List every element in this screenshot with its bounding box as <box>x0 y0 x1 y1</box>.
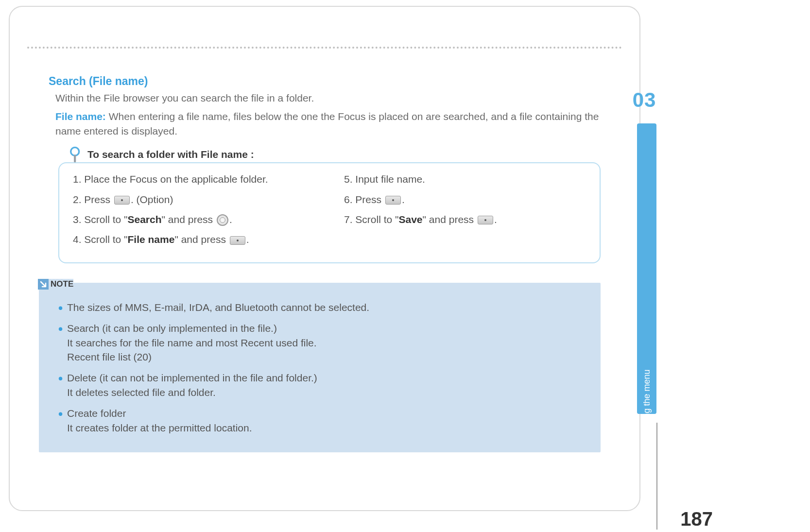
step-3-bold: Search <box>128 214 162 225</box>
steps-header-text: To search a folder with File name : <box>87 149 254 160</box>
chapter-label: Using the menu <box>642 369 652 430</box>
steps-box: 1. Place the Focus on the applicable fol… <box>58 162 601 263</box>
navkey-icon <box>217 214 228 226</box>
note-arrow-icon <box>38 279 49 290</box>
section-title: Search (File name) <box>49 75 601 88</box>
step-7-pre: 7. Scroll to " <box>344 214 399 225</box>
steps-left-column: 1. Place the Focus on the applicable fol… <box>73 172 315 253</box>
step-3-post: . <box>229 214 232 225</box>
note-list: The sizes of MMS, E-mail, IrDA, and Blue… <box>58 300 589 435</box>
step-2: 2. Press . (Option) <box>73 192 315 206</box>
step-4-pre: 4. Scroll to " <box>73 234 128 245</box>
note-item-1: The sizes of MMS, E-mail, IrDA, and Blue… <box>58 300 589 314</box>
chapter-number: 03 <box>630 88 658 118</box>
step-3: 3. Scroll to "Search" and press . <box>73 212 315 226</box>
step-7-post: . <box>494 214 497 225</box>
note-2c: Recent file list (20) <box>67 351 152 362</box>
step-4: 4. Scroll to "File name" and press . <box>73 232 315 246</box>
step-4-bold: File name <box>128 234 175 245</box>
note-label: NOTE <box>51 279 73 289</box>
step-5: 5. Input file name. <box>344 172 586 186</box>
note-4a: Create folder <box>67 408 126 419</box>
file-name-text: When entering a file name, files below t… <box>55 111 599 136</box>
steps-right-column: 5. Input file name. 6. Press . 7. Scroll… <box>344 172 586 253</box>
svg-point-0 <box>71 148 79 156</box>
note-3b: It deletes selected file and folder. <box>67 387 216 398</box>
note-tag: NOTE <box>38 279 73 290</box>
note-box: NOTE The sizes of MMS, E-mail, IrDA, and… <box>39 283 601 452</box>
step-1: 1. Place the Focus on the applicable fol… <box>73 172 315 186</box>
softkey-icon <box>230 236 245 245</box>
step-2-pre: 2. Press <box>73 194 113 205</box>
note-4b: It creates folder at the permitted locat… <box>67 422 252 433</box>
vertical-separator <box>656 423 657 530</box>
steps-header: To search a folder with File name : <box>63 149 601 160</box>
note-item-2: Search (it can be only implemented in th… <box>58 321 589 364</box>
chapter-side-tab: 03 Using the menu <box>630 88 658 414</box>
content-area: Search (File name) Within the File brows… <box>49 75 601 452</box>
step-6: 6. Press . <box>344 192 586 206</box>
note-2a: Search (it can be only implemented in th… <box>67 323 277 334</box>
magnifier-icon <box>67 146 84 162</box>
page-frame: Search (File name) Within the File brows… <box>9 6 640 511</box>
step-1-text: 1. Place the Focus on the applicable fol… <box>73 173 268 185</box>
step-6-post: . <box>402 194 405 205</box>
note-1-text: The sizes of MMS, E-mail, IrDA, and Blue… <box>67 302 369 313</box>
chapter-tab-bar: Using the menu <box>637 123 656 414</box>
steps-columns: 1. Place the Focus on the applicable fol… <box>73 172 586 253</box>
step-3-pre: 3. Scroll to " <box>73 214 128 225</box>
file-name-paragraph: File name: When entering a file name, fi… <box>49 109 601 138</box>
section-intro: Within the File browser you can search t… <box>49 91 601 105</box>
page-number: 187 <box>680 508 713 530</box>
note-item-3: Delete (it can not be implemented in the… <box>58 371 589 399</box>
note-2b: It searches for the file name and most R… <box>67 337 317 348</box>
step-5-text: 5. Input file name. <box>344 173 425 185</box>
step-7-bold: Save <box>399 214 423 225</box>
softkey-icon <box>114 196 130 205</box>
step-4-mid: " and press <box>174 234 228 245</box>
step-6-pre: 6. Press <box>344 194 384 205</box>
dotted-divider <box>27 47 622 49</box>
step-7-mid: " and press <box>423 214 477 225</box>
step-7: 7. Scroll to "Save" and press . <box>344 212 586 226</box>
step-2-post: . (Option) <box>131 194 173 205</box>
note-item-4: Create folder It creates folder at the p… <box>58 406 589 435</box>
softkey-icon <box>385 196 401 205</box>
note-3a: Delete (it can not be implemented in the… <box>67 372 317 383</box>
softkey-icon <box>478 216 493 224</box>
step-3-mid: " and press <box>162 214 216 225</box>
step-4-post: . <box>246 234 249 245</box>
file-name-label: File name: <box>55 111 106 122</box>
